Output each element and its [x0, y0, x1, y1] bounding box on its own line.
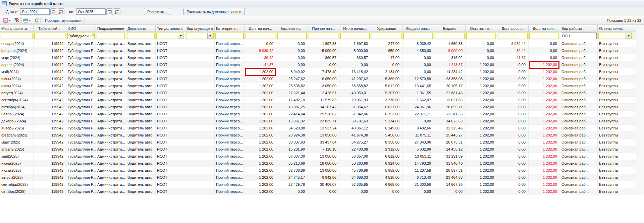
- dropdown-arrow-button[interactable]: [178, 33, 183, 39]
- column-header-category[interactable]: Категория п...: [215, 25, 245, 32]
- calculate-selected-button[interactable]: Рассчитать выделенные записи: [183, 8, 245, 15]
- column-header-emp_kind[interactable]: Вид служащего: [185, 25, 215, 32]
- filter-input-vydano_ranee[interactable]: [403, 33, 433, 39]
- cell-ostatok: 1 202,00: [466, 61, 497, 68]
- calculate-button[interactable]: Рассчитать: [144, 8, 170, 15]
- cell-pos_type: НСОТ: [156, 174, 185, 181]
- filter-input-emp_kind[interactable]: [186, 33, 207, 39]
- cell-fio: Губайдуллин Р...: [66, 75, 96, 82]
- dropdown-arrow-button[interactable]: [207, 33, 213, 39]
- column-header-dolg_nach[interactable]: Долг на нач...: [245, 25, 276, 32]
- date-to-calendar-prev-button[interactable]: [114, 8, 120, 15]
- table-row[interactable]: апрель(2024)119942Губайдуллин Р...Админи…: [0, 61, 636, 68]
- table-row[interactable]: декабрь(2024)119942Губайдуллин Р...Админ…: [0, 118, 636, 125]
- column-header-tab_num[interactable]: Табельный ...: [34, 25, 66, 32]
- date-to-input[interactable]: [76, 8, 106, 15]
- table-row[interactable]: июль(2025)119942Губайдуллин Р...Админист…: [0, 167, 636, 174]
- table-row[interactable]: июнь(2025)119942Губайдуллин Р...Админист…: [0, 160, 636, 167]
- column-header-responsible[interactable]: Ответственны...: [598, 25, 633, 32]
- refresh-button[interactable]: [33, 17, 41, 24]
- filter-input-dolg_nach[interactable]: [246, 33, 275, 39]
- table-row[interactable]: сентябрь(2025)119942Губайдуллин Р...Адми…: [0, 181, 636, 188]
- column-header-itogo[interactable]: Итого начис...: [339, 25, 371, 32]
- cell-dolg_sotr: 0,00: [497, 90, 529, 96]
- date-from-input[interactable]: [20, 8, 50, 15]
- cell-dolg_kon: 1 202,00: [529, 132, 560, 138]
- filter-input-dept[interactable]: [97, 33, 125, 39]
- filter-input-itogo[interactable]: [340, 33, 370, 39]
- column-header-uderzhaniya[interactable]: Удержания: [371, 25, 402, 32]
- cell-month: декабрь(2024): [0, 118, 34, 124]
- filter-input-dolg_kon[interactable]: [529, 33, 559, 39]
- column-header-prochie[interactable]: Прочие нач...: [308, 25, 339, 32]
- column-header-fio[interactable]: ФИО: [66, 25, 96, 32]
- filter-input-category[interactable]: [215, 33, 244, 39]
- table-row[interactable]: январь(2025)119942Губайдуллин Р...Админи…: [0, 125, 636, 132]
- filter-input-ostatok[interactable]: [466, 33, 496, 39]
- date-from-calendar-prev-button[interactable]: [58, 8, 64, 15]
- filter-input-prochie[interactable]: [309, 33, 338, 39]
- clear-filter-button[interactable]: [13, 17, 21, 24]
- calendar-icon: [108, 10, 112, 13]
- print-button[interactable]: [21, 17, 32, 24]
- cell-pos_type: НСОТ: [156, 181, 185, 188]
- dropdown-arrow-button[interactable]: [626, 33, 631, 39]
- cell-pos_type: НСОТ: [156, 82, 185, 89]
- date-from-calendar-button[interactable]: [50, 8, 57, 15]
- filter-input-bazovye[interactable]: [277, 33, 307, 39]
- scrollbar-track[interactable]: [636, 25, 644, 195]
- filter-input-pos_type[interactable]: [157, 33, 178, 39]
- table-row[interactable]: сентябрь(2024)119942Губайдуллин Р...Адми…: [0, 97, 636, 104]
- cell-ostatok: 1 202,00: [466, 181, 497, 188]
- table-row[interactable]: май(2024)119942Губайдуллин Р...Администр…: [0, 68, 636, 75]
- table-row[interactable]: июль(2024)119942Губайдуллин Р...Админист…: [0, 82, 636, 90]
- settings-button[interactable]: [2, 17, 12, 24]
- column-header-pos_type[interactable]: Тип должности: [156, 25, 185, 32]
- column-header-bazovye[interactable]: Базовые на...: [276, 25, 308, 32]
- column-header-dept[interactable]: Подразделение: [96, 25, 126, 32]
- cell-position: Водитель авто...: [126, 174, 156, 181]
- cell-ostatok: 0,00: [466, 54, 497, 61]
- cell-work_kind: Основная раб...: [560, 146, 598, 153]
- filter-input-responsible[interactable]: [599, 33, 626, 39]
- filter-input-position[interactable]: [127, 33, 155, 39]
- column-header-work_kind[interactable]: Вид работы: [560, 25, 598, 32]
- table-row[interactable]: март(2024)119942Губайдуллин Р...Админист…: [0, 54, 636, 61]
- table-row[interactable]: июнь(2024)119942Губайдуллин Р...Админист…: [0, 75, 636, 82]
- cell-emp_kind: [185, 61, 215, 68]
- table-row[interactable]: май(2025)119942Губайдуллин Р...Администр…: [0, 153, 636, 160]
- column-header-position[interactable]: Должность: [126, 25, 156, 32]
- table-row[interactable]: август(2024)119942Губайдуллин Р...Админи…: [0, 90, 636, 97]
- cell-category: Прочий персо...: [215, 174, 245, 181]
- filter-input-month[interactable]: [1, 33, 33, 39]
- table-row[interactable]: апрель(2025)119942Губайдуллин Р...Админи…: [0, 146, 636, 153]
- column-header-dolg_kon[interactable]: Долг на кон...: [529, 25, 560, 32]
- filter-input-tab_num[interactable]: [34, 33, 65, 39]
- column-header-vydano[interactable]: Выдано: [434, 25, 466, 32]
- cell-dept: Администрати...: [96, 61, 126, 68]
- column-header-vydano_ranee[interactable]: Выдано ран...: [402, 25, 434, 32]
- filter-input-work_kind[interactable]: [561, 33, 597, 39]
- cell-tab_num: 119942: [34, 82, 66, 89]
- cell-position: Водитель авто...: [126, 181, 156, 188]
- table-row[interactable]: март(2025)119942Губайдуллин Р...Админист…: [0, 139, 636, 146]
- filter-input-fio[interactable]: [67, 33, 95, 39]
- column-header-ostatok[interactable]: Остаток к в...: [466, 25, 497, 32]
- table-row[interactable]: февраль(2025)119942Губайдуллин Р...Админ…: [0, 132, 636, 139]
- table-row[interactable]: октябрь(2025)119942Губайдуллин Р...Админ…: [0, 188, 636, 195]
- table-row[interactable]: январь(2024)119942Губайдуллин Р...Админи…: [0, 40, 636, 47]
- filter-input-dolg_sotr[interactable]: [498, 33, 528, 39]
- date-to-calendar-button[interactable]: [106, 8, 113, 15]
- column-header-dolg_sotr[interactable]: Долг за сот...: [497, 25, 529, 32]
- cell-dolg_nach: 1 202,00: [245, 82, 276, 89]
- filter-cell-category: [215, 32, 245, 40]
- table-row[interactable]: февраль(2024)119942Губайдуллин Р...Админ…: [0, 47, 636, 54]
- table-row[interactable]: октябрь(2024)119942Губайдуллин Р...Админ…: [0, 104, 636, 111]
- filter-input-vydano[interactable]: [435, 33, 465, 39]
- cell-vydano: 14 455,12: [434, 146, 466, 153]
- cell-itogo: 64 275,27: [339, 139, 371, 146]
- filter-input-uderzhaniya[interactable]: [372, 33, 401, 39]
- table-row[interactable]: август(2025)119942Губайдуллин Р...Админи…: [0, 174, 636, 181]
- table-row[interactable]: ноябрь(2024)119942Губайдуллин Р...Админи…: [0, 111, 636, 118]
- column-header-month[interactable]: Месяц расчета: [0, 25, 34, 32]
